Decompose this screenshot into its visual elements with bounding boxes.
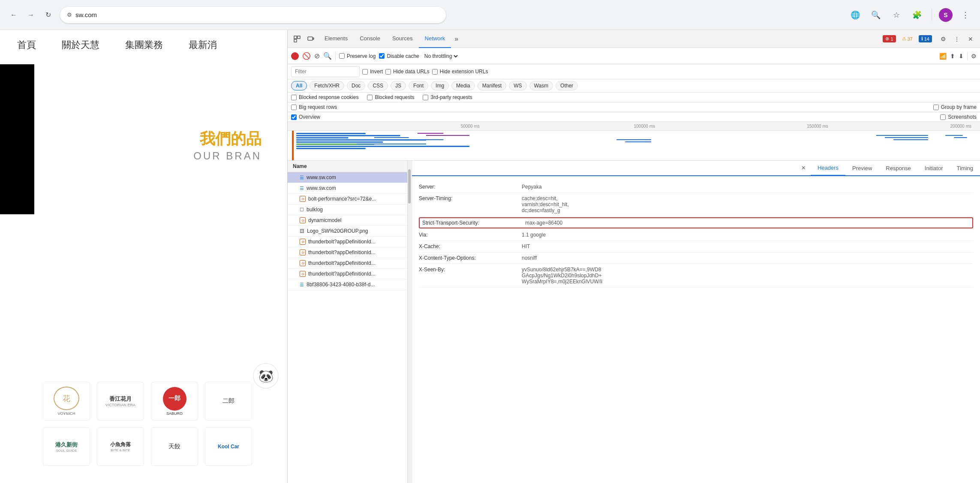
filter-input[interactable] [291,66,360,77]
third-party-label[interactable]: 3rd-party requests [423,94,472,100]
settings-button[interactable]: ⚙ [937,33,949,45]
hide-data-urls-label[interactable]: Hide data URLs [385,69,430,75]
invert-checkbox[interactable] [362,69,368,75]
network-item-1[interactable]: ☰ www.sw.com [288,183,407,194]
devtools-panel: Elements Console Sources Network » ⊗ 1 ⚠… [287,30,980,483]
item-name-5: Logo_SW%20GROUP.png [307,228,368,234]
details-tab-preview[interactable]: Preview [845,161,879,175]
nav-buttons: ← → ↻ [7,8,55,22]
tab-sources[interactable]: Sources [386,30,419,48]
upload-icon-button[interactable]: ⬆ [950,53,955,60]
preserve-log-label[interactable]: Preserve log [339,53,376,59]
devtools-more-button[interactable]: ⋮ [951,33,963,45]
hide-ext-urls-label[interactable]: Hide extension URLs [432,69,488,75]
network-item-4[interactable]: ⊙ dynamicmodel [288,215,407,226]
header-row-server: Server: Pepyaka [419,181,973,193]
nav-news[interactable]: 最新消 [189,39,217,51]
group-frame-label[interactable]: Group by frame [933,104,977,110]
chip-media[interactable]: Media [451,81,475,90]
details-tab-response[interactable]: Response [879,161,918,175]
details-tab-headers[interactable]: Headers [811,161,845,176]
chip-img[interactable]: Img [431,81,449,90]
nav-business[interactable]: 集團業務 [125,39,163,51]
network-item-0[interactable]: ☰ www.sw.com [288,172,407,183]
network-item-8[interactable]: ⊙ thunderbolt?appDefinitionId... [288,258,407,269]
network-item-6[interactable]: ⊙ thunderbolt?appDefinitionId... [288,237,407,247]
details-tab-timing[interactable]: Timing [950,161,980,175]
filter-button[interactable]: ⊘ [314,52,320,60]
overview-checkbox[interactable] [291,114,297,120]
nav-home[interactable]: 首頁 [17,39,36,51]
screenshots-checkbox[interactable] [940,114,946,120]
details-close-button[interactable]: × [797,161,811,175]
network-item-5[interactable]: 🖼 Logo_SW%20GROUP.png [288,226,407,237]
network-item-7[interactable]: ⊙ thunderbolt?appDefinitionId... [288,247,407,258]
tab-console[interactable]: Console [354,30,386,48]
translate-button[interactable]: 🌐 [848,7,863,23]
details-tab-initiator[interactable]: Initiator [918,161,950,175]
clear-button[interactable]: 🚫 [302,52,311,60]
network-item-2[interactable]: ⊙ bolt-performance?src=72&e... [288,194,407,204]
blocked-req-label[interactable]: Blocked requests [367,94,414,100]
browser-actions: 🌐 🔍 ☆ 🧩 S ⋮ [848,7,973,23]
group-frame-checkbox[interactable] [933,105,939,110]
big-rows-checkbox[interactable] [291,105,297,110]
devtools-close-button[interactable]: ✕ [965,33,977,45]
details-panel: × Headers Preview Response Initiator Tim… [412,161,980,483]
settings-icon-button[interactable]: ⚙ [971,53,977,60]
forward-button[interactable]: → [24,8,38,22]
overview-label[interactable]: Overview [291,114,320,120]
chip-js[interactable]: JS [391,81,406,90]
chip-other[interactable]: Other [556,81,578,90]
search-button[interactable]: 🔍 [323,52,332,60]
chip-ws[interactable]: WS [509,81,526,90]
hide-ext-urls-checkbox[interactable] [432,69,438,75]
list-scrollbar[interactable] [408,161,411,483]
menu-button[interactable]: ⋮ [958,7,973,23]
record-button[interactable] [291,52,299,60]
chip-doc[interactable]: Doc [347,81,365,90]
chip-all[interactable]: All [291,81,307,90]
responsive-tool-button[interactable] [305,33,317,45]
bookmark-button[interactable]: ☆ [889,7,904,23]
blocked-cookies-label[interactable]: Blocked response cookies [291,94,358,100]
download-icon-button[interactable]: ⬇ [959,53,964,60]
chip-fetch-xhr[interactable]: Fetch/XHR [310,81,344,90]
disable-cache-checkbox[interactable] [379,53,385,59]
throttle-select[interactable]: No throttling [423,53,459,60]
blocked-req-checkbox[interactable] [367,95,373,100]
hide-data-urls-checkbox[interactable] [385,69,391,75]
options-left-3: Overview [291,114,320,120]
more-tabs-button[interactable]: » [451,30,462,48]
screenshots-label[interactable]: Screenshots [940,114,977,120]
disable-cache-label[interactable]: Disable cache [379,53,419,59]
invert-label[interactable]: Invert [362,69,383,75]
network-item-10[interactable]: ☰ 8bf38806-3423-4080-b38f-d... [288,279,407,290]
svg-rect-12 [296,148,366,149]
extensions-button[interactable]: 🧩 [909,7,925,23]
third-party-checkbox[interactable] [423,95,428,100]
big-rows-label[interactable]: Big request rows [291,104,337,110]
inspect-tool-button[interactable] [291,33,303,45]
network-list: Name ☰ www.sw.com ☰ www.sw.com ⊙ bolt-pe… [288,161,408,483]
filter-chips-row: All Fetch/XHR Doc CSS JS Font Img Media … [288,79,980,93]
tab-elements[interactable]: Elements [319,30,354,48]
chip-font[interactable]: Font [409,81,428,90]
address-bar[interactable]: ⚙ sw.com [60,7,446,23]
chip-wasm[interactable]: Wasm [529,81,553,90]
wifi-icon-button[interactable]: 📶 [939,53,947,60]
options-left: Blocked response cookies Blocked request… [291,94,472,100]
tab-network[interactable]: Network [419,30,451,48]
back-button[interactable]: ← [7,8,21,22]
blocked-cookies-checkbox[interactable] [291,95,297,100]
preserve-log-checkbox[interactable] [339,53,345,59]
network-list-header: Name [288,161,407,172]
network-item-9[interactable]: ⊙ thunderbolt?appDefinitionId... [288,269,407,279]
zoom-button[interactable]: 🔍 [868,7,884,23]
reload-button[interactable]: ↻ [41,8,55,22]
nav-about[interactable]: 關於天慧 [62,39,99,51]
network-item-3[interactable]: ☐ bulklog [288,204,407,215]
svg-rect-6 [296,135,400,136]
chip-manifest[interactable]: Manifest [478,81,506,90]
chip-css[interactable]: CSS [368,81,388,90]
